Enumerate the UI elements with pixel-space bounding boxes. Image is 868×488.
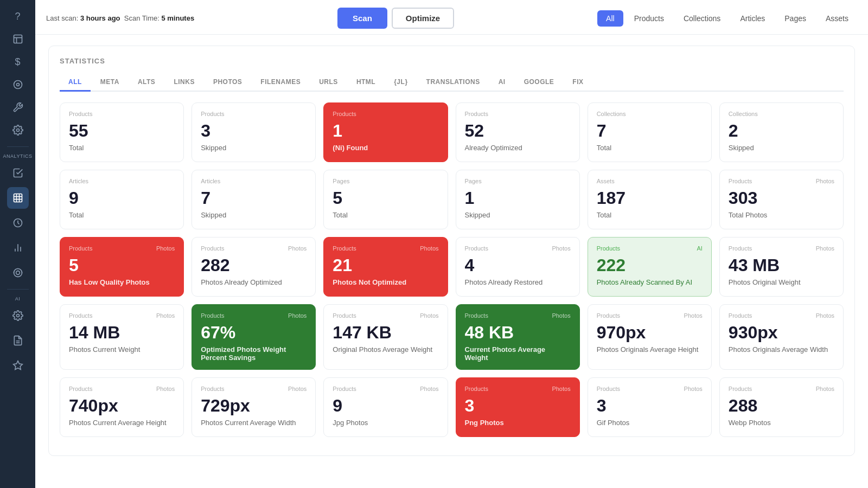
card-label: Webp Photos [729, 419, 834, 427]
stat-tab-alts[interactable]: ALTS [129, 74, 164, 92]
stat-card[interactable]: ProductsPhotos930pxPhotos Originals Aver… [719, 304, 844, 370]
stat-card[interactable]: Products52Already Optimized [456, 102, 580, 162]
stat-card[interactable]: ProductsPhotos4Photos Already Restored [456, 237, 580, 297]
card-category-right: Photos [156, 245, 175, 252]
stat-card[interactable]: Pages1Skipped [456, 170, 580, 229]
stat-card[interactable]: ProductsPhotos14 MBPhotos Current Weight [60, 304, 184, 370]
card-category-right: Photos [420, 312, 438, 319]
stat-card[interactable]: ProductsPhotos970pxPhotos Originals Aver… [588, 304, 712, 370]
star-icon[interactable] [7, 355, 29, 376]
scan-time-value: 5 minutes [161, 14, 194, 22]
report-icon[interactable] [7, 330, 29, 351]
card-label: Photos Originals Average Width [729, 345, 834, 354]
stat-card[interactable]: Assets187Total [588, 170, 712, 229]
stat-card[interactable]: Articles9Total [60, 170, 184, 229]
stat-card[interactable]: Articles7Skipped [192, 170, 316, 229]
filter-tabs: AllProductsCollectionsArticlesPagesAsset… [597, 10, 857, 27]
stat-card[interactable]: Pages5Total [323, 170, 448, 229]
stat-card[interactable]: ProductsPhotos3Gif Photos [588, 377, 712, 437]
card-label: Total [597, 211, 703, 219]
card-value: 3 [465, 396, 571, 415]
log-icon[interactable] [7, 28, 29, 50]
stat-card[interactable]: ProductsPhotos303Total Photos [719, 170, 844, 229]
stat-card[interactable]: ProductsPhotos729pxPhotos Current Averag… [192, 377, 316, 437]
card-value: 5 [333, 189, 438, 208]
stat-card[interactable]: Products3Skipped [192, 102, 316, 162]
target-icon[interactable] [7, 262, 29, 284]
stat-card[interactable]: ProductsPhotos9Jpg Photos [323, 377, 448, 437]
stat-card[interactable]: ProductsPhotos21Photos Not Optimized [323, 237, 448, 297]
clock-icon[interactable] [7, 212, 29, 234]
stat-card[interactable]: ProductsPhotos67%Optimized Photos Weight… [192, 304, 316, 370]
stat-card[interactable]: Products1(Ni) Found [323, 102, 448, 162]
card-category-right: Photos [288, 386, 307, 392]
card-label: Total [597, 144, 703, 152]
card-category: Products [333, 111, 438, 117]
stat-card[interactable]: ProductsPhotos43 MBPhotos Original Weigh… [719, 237, 844, 297]
list-check-icon[interactable] [7, 162, 29, 184]
card-category: Articles [201, 178, 307, 184]
gear2-icon[interactable] [7, 305, 29, 326]
stat-tab-jl[interactable]: {JL} [385, 74, 416, 92]
topbar-actions: Scan Optimize [337, 8, 454, 29]
stat-tab-urls[interactable]: URLS [310, 74, 347, 92]
filter-tab-all[interactable]: All [597, 10, 623, 27]
chart-icon[interactable] [7, 237, 29, 259]
table-icon[interactable] [7, 187, 29, 209]
stat-card[interactable]: Collections7Total [588, 102, 712, 162]
stat-tab-ai[interactable]: AI [490, 74, 514, 92]
card-value: 5 [69, 256, 175, 275]
wrench-icon[interactable] [7, 97, 29, 118]
card-value: 1 [465, 189, 571, 208]
card-label: Photos Original Weight [729, 278, 834, 286]
card-value: 4 [465, 256, 571, 275]
card-value: 9 [69, 189, 175, 208]
stat-card[interactable]: Products55Total [60, 102, 184, 162]
card-category: Assets [597, 178, 703, 184]
stat-card[interactable]: Collections2Skipped [719, 102, 844, 162]
stat-tab-links[interactable]: LINKS [165, 74, 203, 92]
stat-card[interactable]: ProductsPhotos740pxPhotos Current Averag… [60, 377, 184, 437]
stat-tab-all[interactable]: ALL [60, 74, 91, 92]
card-value: 67% [201, 323, 307, 342]
card-category-right: Photos [552, 386, 570, 392]
card-label: Skipped [729, 144, 834, 152]
svg-point-3 [16, 84, 19, 86]
stat-card[interactable]: ProductsPhotos5Has Low Quality Photos [60, 237, 184, 297]
help-icon[interactable]: ? [7, 5, 29, 27]
stat-card[interactable]: ProductsPhotos3Png Photos [456, 377, 580, 437]
stat-card[interactable]: ProductsPhotos48 KBCurrent Photos Averag… [456, 304, 580, 370]
card-value: 21 [333, 256, 438, 275]
card-value: 55 [69, 121, 175, 140]
stat-tab-fix[interactable]: FIX [564, 74, 592, 92]
stat-tab-html[interactable]: HTML [348, 74, 384, 92]
filter-tab-collections[interactable]: Collections [675, 10, 729, 27]
stat-tab-meta[interactable]: META [92, 74, 128, 92]
stat-tab-photos[interactable]: PHOTOS [205, 74, 251, 92]
optimize-button[interactable]: Optimize [392, 8, 454, 29]
svg-point-4 [14, 81, 22, 89]
stat-card[interactable]: ProductsPhotos147 KBOriginal Photos Aver… [323, 304, 448, 370]
stat-card[interactable]: ProductsPhotos282Photos Already Optimize… [192, 237, 316, 297]
filter-tab-pages[interactable]: Pages [776, 10, 815, 27]
filter-tab-articles[interactable]: Articles [731, 10, 774, 27]
card-label: Photos Already Optimized [201, 278, 307, 286]
filter-tab-products[interactable]: Products [626, 10, 673, 27]
filter-tab-assets[interactable]: Assets [817, 10, 857, 27]
stat-card[interactable]: ProductsPhotos288Webp Photos [719, 377, 844, 437]
stat-tab-filenames[interactable]: FILENAMES [252, 74, 309, 92]
stat-card[interactable]: ProductsAI222Photos Already Scanned By A… [588, 237, 712, 297]
card-label: Total [69, 144, 175, 152]
card-category-right: Photos [420, 386, 438, 392]
svg-point-15 [14, 269, 22, 277]
stat-tab-translations[interactable]: TRANSLATIONS [418, 74, 489, 92]
card-value: 7 [597, 121, 703, 140]
settings-icon[interactable] [7, 119, 29, 141]
card-value: 187 [597, 189, 703, 208]
toggle-icon[interactable] [7, 74, 29, 95]
card-value: 288 [729, 396, 834, 415]
scan-button[interactable]: Scan [337, 8, 387, 29]
stat-tab-google[interactable]: GOOGLE [515, 74, 563, 92]
dollar-icon[interactable]: $ [7, 51, 29, 73]
card-label: (Ni) Found [333, 144, 438, 152]
